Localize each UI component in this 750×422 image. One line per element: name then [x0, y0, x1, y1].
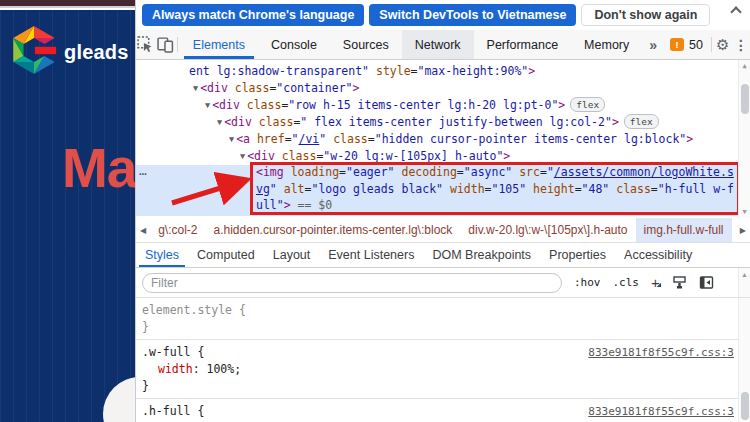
styles-scrollbar[interactable]: [738, 298, 750, 422]
css-selector: element.style: [142, 303, 232, 317]
scroll-down-icon[interactable]: ▼: [739, 206, 750, 218]
issues-icon: !: [670, 38, 684, 51]
devtools-panel: Always match Chrome's language Switch De…: [135, 0, 750, 422]
dont-show-again-button[interactable]: Don't show again: [581, 4, 710, 26]
device-toolbar-icon[interactable]: [156, 30, 176, 59]
dom-tree-line[interactable]: ent lg:shadow-transparent" style="max-he…: [136, 63, 750, 80]
screenshot-root: gleads Ma Always match Chrome's language…: [0, 0, 750, 422]
selected-element-code[interactable]: <img loading="eager" decoding="async" sr…: [256, 164, 738, 214]
dock-sidebar-icon[interactable]: [699, 275, 714, 290]
tab-console[interactable]: Console: [258, 30, 330, 59]
flex-badge[interactable]: flex: [570, 97, 605, 112]
collapse-banner-icon[interactable]: [729, 4, 743, 18]
breadcrumb-item-selected[interactable]: img.h-full.w-full: [636, 218, 732, 242]
styles-pane-tabs: Styles Computed Layout Event Listeners D…: [136, 243, 750, 268]
css-source-link[interactable]: 833e9181f8f55c9f.css:3: [588, 403, 734, 420]
css-rule[interactable]: .h-full {833e9181f8f55c9f.css:3height: 1…: [136, 399, 750, 422]
breadcrumb-item[interactable]: a.hidden.cursor-pointer.items-center.lg\…: [206, 218, 461, 242]
breadcrumb-item[interactable]: div.w-20.lg\:w-\[105px\].h-auto: [460, 218, 635, 242]
scrollbar-thumb[interactable]: [741, 84, 749, 114]
new-style-rule-icon[interactable]: +: [651, 276, 660, 290]
dom-tree-line[interactable]: ▼<div class="container">: [136, 80, 750, 97]
style-rules[interactable]: element.style {}.w-full {833e9181f8f55c9…: [136, 298, 750, 422]
inspect-element-icon[interactable]: [136, 30, 156, 59]
gleads-logo[interactable]: gleads: [10, 24, 129, 80]
tab-styles[interactable]: Styles: [136, 243, 188, 267]
tab-memory[interactable]: Memory: [571, 30, 642, 59]
tab-computed[interactable]: Computed: [188, 243, 264, 267]
dom-tree-line[interactable]: ▼<div class=" flex items-center justify-…: [136, 114, 750, 131]
tab-network[interactable]: Network: [402, 30, 474, 59]
css-selector: .w-full: [142, 345, 190, 359]
tab-performance[interactable]: Performance: [474, 30, 572, 59]
css-property[interactable]: width: 100%;: [142, 361, 734, 378]
flex-badge[interactable]: flex: [624, 114, 659, 129]
tab-layout[interactable]: Layout: [264, 243, 320, 267]
gleads-logo-icon: [10, 24, 58, 80]
overflow-menu-icon[interactable]: ⋮: [732, 30, 750, 59]
elements-scrollbar[interactable]: ▲ ▼: [738, 60, 750, 218]
dom-tree-line[interactable]: ▼<a href="/vi" class="hidden cursor-poin…: [136, 131, 750, 148]
window-top-strip: [0, 0, 135, 8]
website-hero: gleads Ma: [0, 10, 135, 422]
css-selector: .h-full: [142, 404, 190, 418]
toggle-hover-state[interactable]: :hov: [574, 276, 601, 289]
dom-tree-line[interactable]: ▼<div class="w-20 lg:w-[105px] h-auto">: [136, 148, 750, 165]
chat-widget[interactable]: [103, 377, 135, 422]
styles-pane: element.style {}.w-full {833e9181f8f55c9…: [136, 298, 750, 422]
tab-properties[interactable]: Properties: [540, 243, 615, 267]
devtools-language-banner: Always match Chrome's language Switch De…: [136, 0, 750, 30]
styles-filter-bar: :hov .cls + ▲: [136, 268, 750, 298]
more-actions-icon[interactable]: …: [139, 163, 146, 178]
issues-count: 50: [689, 38, 703, 52]
settings-gear-icon[interactable]: ⚙: [714, 30, 732, 59]
scrollbar-thumb[interactable]: [741, 392, 749, 420]
toolbar-divider: [177, 37, 178, 52]
hero-headline: Ma: [62, 136, 135, 200]
elements-tree: ent lg:shadow-transparent" style="max-he…: [136, 60, 750, 218]
tab-elements[interactable]: Elements: [180, 30, 258, 59]
issues-counter[interactable]: ! 50: [664, 30, 709, 59]
css-rule[interactable]: .w-full {833e9181f8f55c9f.css:3width: 10…: [136, 340, 750, 399]
toggle-element-classes[interactable]: .cls: [613, 276, 640, 289]
dom-tree-line[interactable]: ▼<div class="row h-15 items-center lg:h-…: [136, 97, 750, 114]
dom-tree-lines[interactable]: ent lg:shadow-transparent" style="max-he…: [136, 60, 750, 165]
scroll-up-icon[interactable]: ▲: [739, 60, 750, 72]
switch-vietnamese-button[interactable]: Switch DevTools to Vietnamese: [369, 4, 576, 26]
tab-dom-breakpoints[interactable]: DOM Breakpoints: [423, 243, 540, 267]
styles-scrollbar-top[interactable]: ▲: [738, 268, 750, 297]
website-panel: gleads Ma: [0, 0, 135, 422]
toolbar-divider: [711, 37, 712, 52]
tab-sources[interactable]: Sources: [330, 30, 402, 59]
rendering-emulation-icon[interactable]: [672, 275, 687, 290]
breadcrumb-left-icon[interactable]: ◀: [136, 218, 150, 242]
css-source-link[interactable]: 833e9181f8f55c9f.css:3: [588, 344, 734, 361]
scroll-up-icon[interactable]: ▲: [739, 268, 750, 280]
css-rule[interactable]: element.style {}: [136, 298, 750, 340]
breadcrumb-right-icon[interactable]: ▶: [736, 218, 750, 242]
tab-accessibility[interactable]: Accessibility: [615, 243, 701, 267]
more-tabs-icon[interactable]: »: [642, 30, 664, 59]
gleads-logo-text: gleads: [64, 41, 129, 64]
devtools-toolbar: Elements Console Sources Network Perform…: [136, 30, 750, 60]
tab-event-listeners[interactable]: Event Listeners: [319, 243, 423, 267]
breadcrumb-item[interactable]: g\:col-2: [150, 218, 205, 242]
match-language-button[interactable]: Always match Chrome's language: [142, 4, 364, 26]
breadcrumb: ◀ g\:col-2 a.hidden.cursor-pointer.items…: [136, 218, 750, 243]
styles-filter-input[interactable]: [142, 273, 562, 293]
